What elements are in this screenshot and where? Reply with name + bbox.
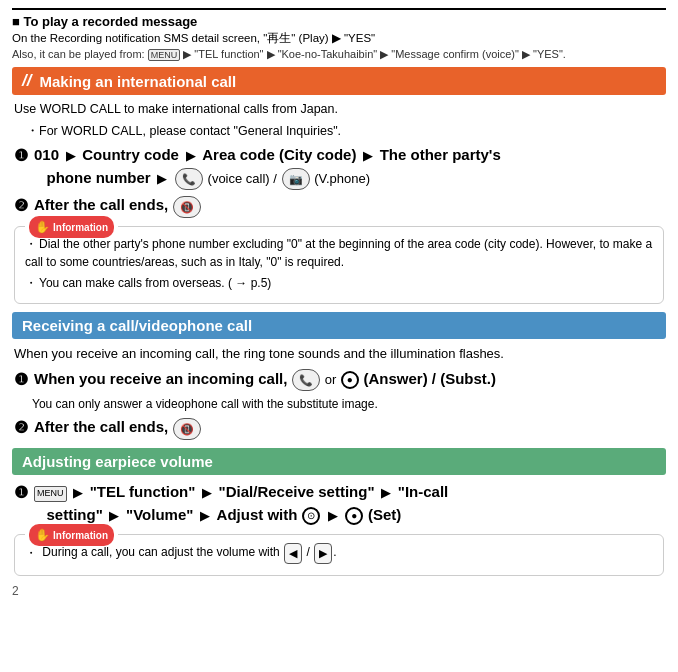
international-call-bullet: For WORLD CALL, please contact "General … <box>14 123 664 141</box>
v-arrow3: ▶ <box>381 485 391 500</box>
v-arrow6: ▶ <box>328 508 338 523</box>
end-call-btn: 📵 <box>173 196 201 219</box>
info-item2: You can make calls from overseas. ( → p.… <box>25 274 653 292</box>
vol-up-btn: ▶ <box>314 543 332 564</box>
receiving-step1: ❶ When you receive an incoming call, 📞 o… <box>14 368 664 392</box>
volume-step1-content: MENU ▶ "TEL function" ▶ "Dial/Receive se… <box>34 481 448 526</box>
v-arrow2: ▶ <box>202 485 212 500</box>
volume-title: Adjusting earpiece volume <box>22 453 213 470</box>
step2-content: After the call ends, 📵 <box>34 194 202 218</box>
receiving-step1-text: When you receive an incoming call, <box>34 370 287 387</box>
or-label: or <box>325 372 340 387</box>
menu-icon2: MENU <box>34 486 67 502</box>
receiving-step2-text: After the call ends, <box>34 418 168 435</box>
arrow4: ▶ <box>157 171 167 186</box>
step1-content: 010 ▶ Country code ▶ Area code (City cod… <box>34 144 501 190</box>
page-number: 2 <box>12 584 666 598</box>
info-label2: ✋ Information <box>25 524 118 546</box>
menu-icon: MENU <box>148 49 181 61</box>
answer-suffix: (Answer) / (Subst.) <box>363 370 496 387</box>
step1-010: 010 <box>34 146 59 163</box>
top-also: Also, it can be played from: MENU ▶ "TEL… <box>12 48 666 61</box>
info-label1: ✋ Information <box>25 216 118 238</box>
receiving-call-content: When you receive an incoming call, the r… <box>12 345 666 440</box>
circle-btn: ● <box>341 371 359 389</box>
volume-section: Adjusting earpiece volume ❶ MENU ▶ "TEL … <box>12 448 666 576</box>
step2-num: ❷ <box>14 194 32 218</box>
v-set-label: (Set) <box>368 506 401 523</box>
step2-text: After the call ends, <box>34 196 168 213</box>
volume-info: ✋ Information During a call, you can adj… <box>14 534 664 576</box>
top-desc: On the Recording notification SMS detail… <box>12 31 666 46</box>
international-call-header: // Making an international call <box>12 67 666 95</box>
voice-call-btn: 📞 <box>175 168 203 191</box>
vol-down-btn: ◀ <box>284 543 302 564</box>
receiving-call-title: Receiving a call/videophone call <box>22 317 252 334</box>
volume-header: Adjusting earpiece volume <box>12 448 666 475</box>
info-badge2-text: Information <box>53 528 108 543</box>
step1-area-code: Area code (City code) <box>202 146 356 163</box>
arrow3: ▶ <box>363 148 373 163</box>
volume-content: ❶ MENU ▶ "TEL function" ▶ "Dial/Receive … <box>12 481 666 576</box>
info-badge1: ✋ Information <box>29 216 114 238</box>
top-title: ■ To play a recorded message <box>12 14 666 29</box>
v-volume: "Volume" <box>126 506 193 523</box>
answer-btn: 📞 <box>292 369 320 392</box>
volume-step1-num: ❶ <box>14 481 32 505</box>
slash-icon: // <box>22 71 31 91</box>
v-dial-setting: "Dial/Receive setting" <box>219 483 375 500</box>
receiving-step1-num: ❶ <box>14 368 32 392</box>
info-badge2: ✋ Information <box>29 524 114 546</box>
receiving-step1-content: When you receive an incoming call, 📞 or … <box>34 368 496 392</box>
arrow1: ▶ <box>66 148 76 163</box>
receiving-step2-content: After the call ends, 📵 <box>34 416 202 440</box>
info-item1: Dial the other party's phone number excl… <box>25 235 653 271</box>
international-call-section: // Making an international call Use WORL… <box>12 67 666 304</box>
international-call-step2: ❷ After the call ends, 📵 <box>14 194 664 218</box>
volume-step1: ❶ MENU ▶ "TEL function" ▶ "Dial/Receive … <box>14 481 664 526</box>
top-section: ■ To play a recorded message On the Reco… <box>12 8 666 61</box>
international-call-step1: ❶ 010 ▶ Country code ▶ Area code (City c… <box>14 144 664 190</box>
receiving-step2: ❷ After the call ends, 📵 <box>14 416 664 440</box>
international-call-content: Use WORLD CALL to make international cal… <box>12 101 666 304</box>
v-set-btn: ● <box>345 507 363 525</box>
arrow2: ▶ <box>186 148 196 163</box>
step1-vphone-label: (V.phone) <box>314 171 370 186</box>
v-arrow4: ▶ <box>109 508 119 523</box>
vphone-btn: 📷 <box>282 168 310 191</box>
receiving-call-intro: When you receive an incoming call, the r… <box>14 345 664 363</box>
step1-num: ❶ <box>14 144 32 168</box>
v-tel-func: "TEL function" <box>90 483 196 500</box>
v-circle-btn: ⊙ <box>302 507 320 525</box>
v-adjust: Adjust with <box>217 506 298 523</box>
international-call-intro: Use WORLD CALL to make international cal… <box>14 101 664 119</box>
receiving-step2-num: ❷ <box>14 416 32 440</box>
v-arrow1: ▶ <box>73 485 83 500</box>
step1-country-code: Country code <box>82 146 179 163</box>
hand-icon2: ✋ <box>35 526 50 544</box>
hand-icon1: ✋ <box>35 218 50 236</box>
international-call-title: Making an international call <box>39 73 236 90</box>
step1-voice-label: (voice call) / <box>208 171 277 186</box>
v-arrow5: ▶ <box>200 508 210 523</box>
international-call-info: ✋ Information Dial the other party's pho… <box>14 226 664 304</box>
info-badge1-text: Information <box>53 220 108 235</box>
end-call-btn2: 📵 <box>173 418 201 441</box>
receiving-call-header: Receiving a call/videophone call <box>12 312 666 339</box>
receiving-call-section: Receiving a call/videophone call When yo… <box>12 312 666 440</box>
volume-info-item: During a call, you can adjust the volume… <box>25 543 653 564</box>
receiving-note: You can only answer a videophone call wi… <box>14 396 664 413</box>
